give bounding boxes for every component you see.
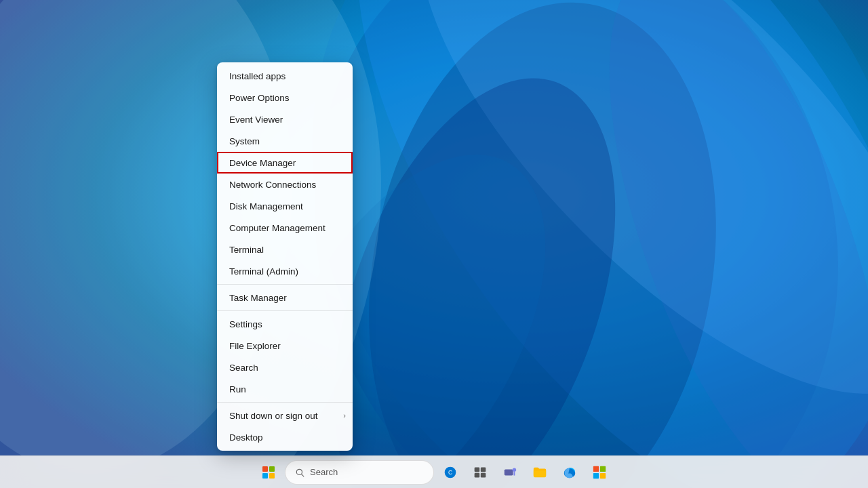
menu-item-network-connections[interactable]: Network Connections	[217, 174, 353, 195]
edge-svg	[562, 465, 577, 480]
teams-icon[interactable]	[496, 459, 524, 486]
svg-rect-19	[505, 469, 513, 475]
svg-rect-25	[593, 472, 599, 478]
edge-icon[interactable]	[556, 459, 583, 486]
menu-item-power-options[interactable]: Power Options	[217, 87, 353, 108]
menu-divider-divider1	[217, 284, 353, 285]
svg-rect-23	[593, 466, 599, 471]
menu-item-installed-apps[interactable]: Installed apps	[217, 65, 353, 87]
menu-item-settings[interactable]: Settings	[217, 313, 353, 335]
submenu-chevron-shut-down: ›	[343, 411, 346, 420]
store-icon[interactable]	[586, 459, 613, 486]
task-view-icon[interactable]	[467, 459, 494, 486]
menu-item-computer-management[interactable]: Computer Management	[217, 217, 353, 239]
menu-item-run[interactable]: Run	[217, 378, 353, 400]
svg-rect-26	[600, 472, 606, 478]
menu-item-label-task-manager: Task Manager	[229, 293, 287, 303]
file-explorer-svg	[532, 465, 547, 480]
taskbar-search-label: Search	[310, 467, 338, 477]
badge-icon[interactable]: C	[437, 459, 464, 486]
taskbar-search[interactable]: Search	[285, 460, 434, 485]
context-menu: Installed appsPower OptionsEvent ViewerS…	[217, 62, 353, 451]
svg-line-12	[302, 474, 304, 476]
menu-item-system[interactable]: System	[217, 130, 353, 152]
menu-item-disk-management[interactable]: Disk Management	[217, 195, 353, 217]
menu-item-label-system: System	[229, 136, 260, 146]
menu-item-desktop[interactable]: Desktop	[217, 426, 353, 448]
svg-rect-17	[475, 472, 480, 477]
svg-point-20	[513, 468, 517, 472]
svg-rect-24	[600, 466, 606, 471]
menu-divider-divider3	[217, 402, 353, 403]
menu-item-label-power-options: Power Options	[229, 93, 290, 103]
start-button[interactable]	[255, 459, 282, 486]
menu-item-label-settings: Settings	[229, 319, 262, 329]
menu-item-label-network-connections: Network Connections	[229, 180, 316, 190]
menu-item-label-file-explorer: File Explorer	[229, 341, 281, 351]
taskbar: Search C	[0, 455, 868, 488]
menu-item-label-event-viewer: Event Viewer	[229, 115, 283, 125]
menu-item-terminal[interactable]: Terminal	[217, 239, 353, 260]
svg-text:C: C	[448, 469, 452, 476]
store-svg	[592, 465, 607, 480]
svg-rect-18	[481, 472, 486, 477]
menu-item-label-search: Search	[229, 363, 258, 373]
menu-item-search[interactable]: Search	[217, 357, 353, 378]
menu-item-label-installed-apps: Installed apps	[229, 71, 285, 81]
menu-item-label-terminal: Terminal	[229, 245, 264, 255]
menu-item-label-desktop: Desktop	[229, 432, 263, 443]
menu-item-label-disk-management: Disk Management	[229, 201, 303, 211]
menu-item-label-device-manager: Device Manager	[229, 158, 296, 168]
menu-divider-divider2	[217, 310, 353, 311]
search-icon	[295, 468, 304, 477]
desktop: Installed appsPower OptionsEvent ViewerS…	[0, 0, 868, 488]
menu-item-shut-down[interactable]: Shut down or sign out›	[217, 405, 353, 426]
menu-item-label-run: Run	[229, 384, 246, 394]
menu-item-task-manager[interactable]: Task Manager	[217, 287, 353, 308]
menu-item-label-computer-management: Computer Management	[229, 223, 326, 233]
teams-svg	[502, 465, 517, 480]
menu-item-label-shut-down: Shut down or sign out	[229, 411, 318, 421]
menu-item-label-terminal-admin: Terminal (Admin)	[229, 266, 298, 277]
file-explorer-icon[interactable]	[526, 459, 553, 486]
svg-rect-15	[475, 467, 480, 472]
task-view-svg	[473, 466, 487, 479]
badge-svg: C	[443, 466, 457, 479]
menu-item-file-explorer[interactable]: File Explorer	[217, 335, 353, 357]
menu-item-device-manager[interactable]: Device Manager	[217, 152, 353, 174]
menu-item-event-viewer[interactable]: Event Viewer	[217, 108, 353, 130]
svg-rect-16	[481, 467, 486, 472]
menu-item-terminal-admin[interactable]: Terminal (Admin)	[217, 260, 353, 282]
